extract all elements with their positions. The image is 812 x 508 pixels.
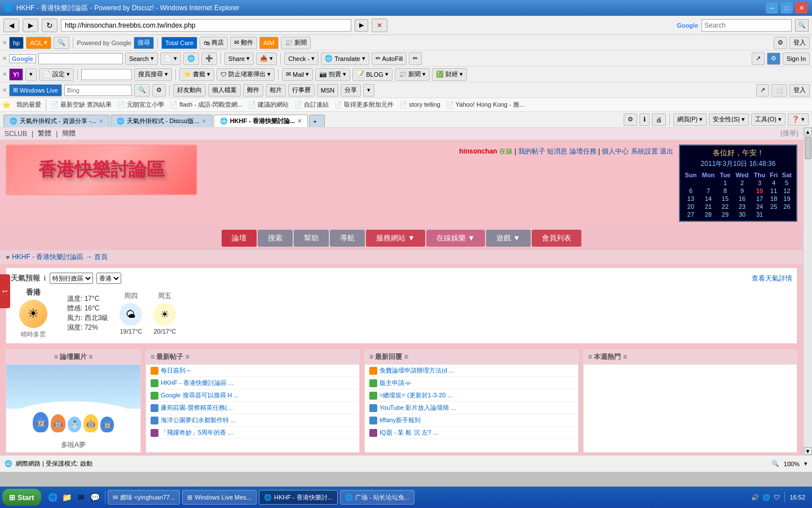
taskbar-item-forum[interactable]: 🌐 广场 - 站长论坛免... [340, 490, 414, 505]
ie-print-button[interactable]: 🖨 [652, 113, 666, 126]
google-signin-button[interactable]: Sign In [783, 52, 810, 65]
google-arrow-button[interactable]: ↗ [752, 52, 765, 65]
post-link-3[interactable]: 廉荊莊園-螢察精英任務(… [161, 404, 233, 412]
google-globe-button[interactable]: 🌐 [183, 52, 199, 65]
aol-button[interactable]: AOL ▾ [26, 37, 51, 49]
friends-button[interactable]: 好友動向 [173, 84, 206, 97]
message-link[interactable]: 短消息 [547, 147, 567, 155]
address-search-input[interactable] [701, 19, 792, 32]
address-input[interactable]: http://hinsonchan.freebbs.com.tw/index.p… [61, 19, 351, 32]
google-search-input[interactable] [38, 53, 123, 64]
live-share-button[interactable]: 分享 [341, 84, 361, 97]
tab-new[interactable]: + [309, 115, 325, 127]
calendar-day[interactable]: 31 [752, 211, 768, 218]
toolbar4-close[interactable]: ✕ [2, 87, 7, 93]
live-box-button[interactable]: ⬜ [771, 84, 787, 97]
google-pencil-button[interactable]: ✏ [409, 52, 422, 65]
fav-item-2[interactable]: 📄 元朗宣立小學 [115, 100, 166, 109]
yahoo-blog-button[interactable]: 📝 BLOG ▾ [352, 68, 392, 81]
calendar-day[interactable]: 6 [682, 187, 699, 195]
stop-button[interactable]: ✕ [372, 19, 387, 32]
reply-link-2[interactable]: =總壇規= (更新於1-3-20 ... [379, 391, 453, 400]
reply-link-4[interactable]: tiffany新手報到 [379, 416, 421, 424]
google-autofill-button[interactable]: ✏ AutoFill [372, 52, 407, 65]
yahoo-photo-button[interactable]: 📷 拍賣 ▾ [315, 68, 350, 81]
tools-button[interactable]: 工具(O) ▾ [751, 113, 785, 126]
yahoo-search-button[interactable]: 搜頁搜尋 ▾ [134, 68, 172, 81]
refresh-button[interactable]: ↻ [42, 19, 58, 32]
reply-link-5[interactable]: IQ題 - 某 船 沉 左? ... [379, 428, 438, 437]
settings-link[interactable]: 系統設置 [631, 147, 658, 155]
calendar-day[interactable]: 5 [780, 179, 794, 187]
fav-item-8[interactable]: 📄 Yahoo! Hong Kong - 雅... [444, 100, 527, 109]
go-button[interactable]: ▶ [355, 19, 368, 32]
post-link-2[interactable]: Google 搜尋器可以搜尋 H ... [161, 391, 239, 400]
tab-hkhf[interactable]: 🌐 HKHF - 香港快樂討論... ✕ [214, 115, 308, 127]
google-settings2-button[interactable]: ⚙ [767, 52, 780, 65]
nav-forum-btn[interactable]: 論壇 [222, 230, 257, 247]
tab1-close[interactable]: ✕ [99, 118, 103, 124]
calendar-day[interactable]: 2 [733, 179, 752, 187]
calendar-day[interactable]: 28 [699, 211, 717, 218]
google-translate-button[interactable]: 🌐 Translate ▾ [321, 52, 369, 65]
logout-link[interactable]: 退出 [660, 147, 673, 155]
calendar-day[interactable]: 22 [717, 203, 732, 211]
post-link-5[interactable]: 「飛躍奇妙」5周年的香 ... [161, 428, 233, 437]
nav-online-btn[interactable]: 在線娛樂 ▼ [426, 230, 485, 247]
yahoo-logo-button[interactable]: Y! [9, 68, 23, 81]
toolbar1-close[interactable]: ✕ [2, 40, 7, 46]
live-more-button[interactable]: ▾ [363, 84, 374, 97]
calendar-button[interactable]: 行事曆 [288, 84, 315, 97]
zoom-dropdown[interactable]: ▾ [804, 460, 807, 467]
fav-item-5[interactable]: 📄 自訂連結 [292, 100, 331, 109]
post-link-1[interactable]: HKHF - 香港快樂討論區 ... [161, 379, 233, 387]
ie-settings-button[interactable]: ⚙ [624, 113, 637, 126]
yahoo-bookmarks-button[interactable]: ⭐ 書籤 ▾ [179, 68, 214, 81]
taskbar-item-mail[interactable]: ✉ 嫦味 <yinghuan77... [108, 490, 180, 505]
calendar-day[interactable]: 10 [752, 187, 768, 195]
left-side-tab[interactable]: 1 [0, 274, 10, 308]
google-search-button[interactable]: Search ▾ [125, 52, 158, 65]
nav-help-btn[interactable]: 幫助 [294, 230, 329, 247]
security-button[interactable]: 安全性(S) ▾ [709, 113, 749, 126]
calendar-day[interactable]: 30 [733, 211, 752, 218]
live-signin-button[interactable]: 登入 [789, 84, 810, 97]
google-check-button[interactable]: Check - ▾ [284, 52, 319, 65]
profile-link[interactable]: 個人中心 [602, 147, 629, 155]
weather-region-select[interactable]: 特別行政區 [50, 273, 93, 284]
tasks-link[interactable]: 論壇任務 [570, 147, 597, 155]
hp-button[interactable]: hp [9, 37, 24, 49]
my-posts-link[interactable]: 我的帖子 [518, 147, 545, 155]
calendar-day[interactable]: 18 [768, 195, 780, 203]
scroll-up-btn[interactable]: ▲ [804, 128, 812, 135]
settings-button[interactable]: ⚙ [774, 37, 787, 49]
reply-link-0[interactable]: 免費論壇申請辦理方法(d ... [379, 366, 454, 375]
calendar-day[interactable]: 1 [717, 179, 732, 187]
nav-guide-btn[interactable]: 導航 [330, 230, 365, 247]
minimize-button[interactable]: ─ [766, 2, 778, 14]
fav-item-4[interactable]: 📄 建議的網站 [246, 100, 291, 109]
toolbar3-close[interactable]: ✕ [2, 71, 7, 77]
hp-search-button[interactable]: 搜尋 [134, 37, 154, 49]
calendar-day[interactable]: 19 [780, 195, 794, 203]
msn-button[interactable]: MSN [317, 84, 338, 97]
calendar-day[interactable]: 21 [699, 203, 717, 211]
calendar-day[interactable]: 12 [780, 187, 794, 195]
tab2-close[interactable]: ✕ [202, 118, 206, 124]
help-button[interactable]: ❓ ▾ [788, 113, 809, 126]
toolbar2-close[interactable]: ✕ [2, 55, 7, 62]
calendar-day[interactable]: 3 [752, 179, 768, 187]
traditional-link[interactable]: 繁體 [38, 129, 51, 138]
reply-link-3[interactable]: YouTube 影片放入論壇簡 ... [379, 404, 456, 412]
breadcrumb-home[interactable]: HKHF - 香港快樂討論區 → 首頁 [12, 252, 108, 262]
weather-detail-link[interactable]: 查看天氣詳情 [752, 274, 792, 283]
nav-game-btn[interactable]: 遊戲 ▼ [486, 230, 530, 247]
calendar-day[interactable]: 29 [717, 211, 732, 218]
scroll-thumb[interactable] [805, 137, 811, 159]
ql-folder-button[interactable]: 📁 [61, 491, 73, 503]
tab3-close[interactable]: ✕ [297, 118, 302, 124]
files-button[interactable]: 郵件 [243, 84, 263, 97]
yahoo-search-input[interactable] [81, 69, 132, 80]
calendar-day[interactable]: 7 [699, 187, 717, 195]
taskbar-item-hkhf[interactable]: 🌐 HKHF - 香港快樂討... [259, 490, 338, 505]
